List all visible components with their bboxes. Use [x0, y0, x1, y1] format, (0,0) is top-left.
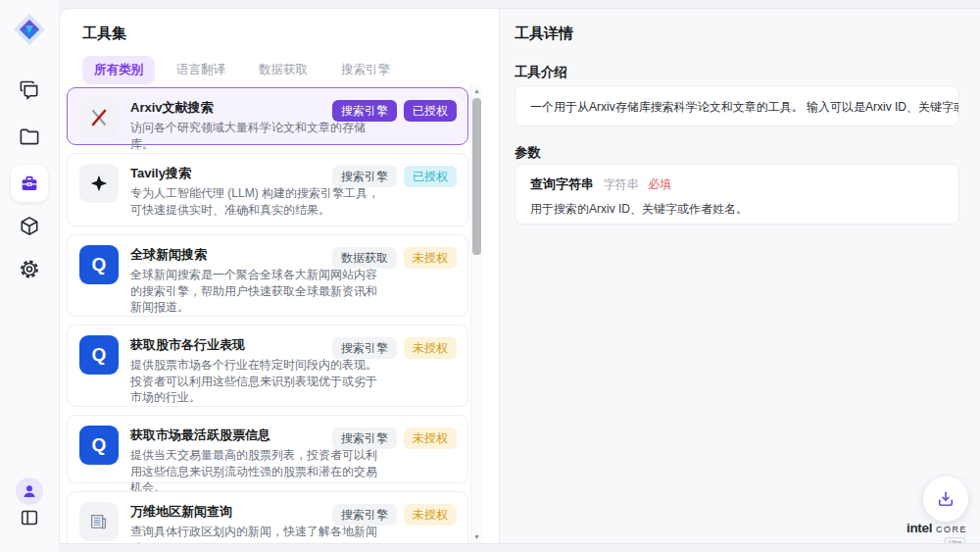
- sidebar-item-chat[interactable]: [19, 78, 41, 101]
- param-required-flag: 必填: [648, 177, 671, 191]
- newspaper-icon: [79, 502, 119, 541]
- status-badge: 已授权: [404, 100, 457, 122]
- status-badge: 未授权: [404, 427, 457, 449]
- param-card: 查询字符串 字符串 必填 用于搜索的Arxiv ID、关键字或作者姓名。: [514, 164, 959, 225]
- tool-card-arxiv[interactable]: Arxiv文献搜索 访问各个研究领域大量科学论文和文章的存储库。 搜索引擎 已授…: [67, 87, 468, 145]
- tool-card-most-active-stocks[interactable]: Q 获取市场最活跃股票信息 提供当天交易量最高的股票列表，投资者可以利用这些信息…: [67, 415, 468, 483]
- user-avatar[interactable]: [16, 477, 43, 505]
- tools-list-pane: 工具集 所有类别 语言翻译 数据获取 搜索引擎 Arxiv文献搜索 访问各个研究…: [60, 9, 499, 543]
- sidebar-item-tools-active[interactable]: [11, 165, 48, 202]
- gem-logo-icon: [12, 12, 47, 47]
- tool-description: 查询具体行政区划内的新闻，快速了解各地新闻动: [130, 524, 387, 543]
- tool-card-sector-performance[interactable]: Q 获取股市各行业表现 提供股票市场各个行业在特定时间段内的表现。投资者可以利用…: [67, 325, 468, 407]
- tab-language-translation[interactable]: 语言翻译: [165, 56, 237, 84]
- intel-ultra-badge: Ultra: [945, 537, 965, 544]
- tavily-star-icon: [79, 164, 119, 203]
- tool-description: 专为人工智能代理 (LLM) 构建的搜索引擎工具，可快速提供实时、准确和真实的结…: [130, 185, 387, 218]
- param-description: 用于搜索的Arxiv ID、关键字或作者姓名。: [530, 201, 944, 218]
- scroll-up-arrow[interactable]: ▲: [471, 85, 482, 96]
- status-badge: 未授权: [404, 337, 457, 359]
- category-badge: 搜索引擎: [332, 166, 397, 187]
- tool-description: 全球新闻搜索是一个聚合全球各大新闻网站内容的搜索引擎，帮助用户快速获取全球最新资…: [130, 267, 387, 316]
- category-badge: 数据获取: [332, 247, 397, 269]
- gear-icon: [19, 258, 41, 280]
- intro-card: 一个用于从Arxiv存储库搜索科学论文和文章的工具。 输入可以是Arxiv ID…: [514, 85, 959, 126]
- intro-heading: 工具介绍: [514, 64, 567, 81]
- download-icon: [936, 489, 956, 509]
- intel-core-logo: intel core: [906, 521, 967, 535]
- layout-columns-icon: [19, 507, 40, 528]
- sidebar-item-settings[interactable]: [19, 258, 41, 280]
- arxiv-logo-icon: [79, 98, 119, 137]
- tool-card-regional-news[interactable]: 万维地区新闻查询 查询具体行政区划内的新闻，快速了解各地新闻动 搜索引擎 未授权: [67, 491, 468, 543]
- main-panel: 工具集 所有类别 语言翻译 数据获取 搜索引擎 Arxiv文献搜索 访问各个研究…: [59, 8, 980, 544]
- icon-sidebar: [0, 0, 59, 552]
- category-badge: 搜索引擎: [332, 100, 397, 122]
- category-tabs: 所有类别 语言翻译 数据获取 搜索引擎: [82, 56, 402, 84]
- tool-description: 访问各个研究领域大量科学论文和文章的存储库。: [130, 120, 387, 152]
- cube-icon: [19, 215, 41, 237]
- scroll-down-arrow[interactable]: ▼: [471, 531, 482, 542]
- status-badge: 未授权: [404, 247, 457, 269]
- tab-data-fetch[interactable]: 数据获取: [247, 56, 319, 84]
- scrollbar-thumb[interactable]: [472, 98, 481, 255]
- intro-text: 一个用于从Arxiv存储库搜索科学论文和文章的工具。 输入可以是Arxiv ID…: [530, 100, 959, 114]
- sidebar-item-packages[interactable]: [19, 215, 41, 237]
- detail-title: 工具详情: [514, 25, 573, 43]
- list-scrollbar[interactable]: ▲ ▼: [470, 84, 481, 543]
- category-badge: 搜索引擎: [332, 427, 397, 449]
- tool-description: 提供股票市场各个行业在特定时间段内的表现。投资者可以利用这些信息来识别表现优于或…: [130, 357, 387, 406]
- juhe-logo-icon: Q: [79, 245, 119, 284]
- status-badge: 未授权: [404, 504, 457, 526]
- juhe-logo-icon: Q: [79, 426, 119, 465]
- page-title: 工具集: [82, 25, 126, 43]
- juhe-logo-icon: Q: [79, 335, 119, 375]
- params-heading: 参数: [514, 144, 541, 162]
- status-badge: 已授权: [404, 166, 457, 187]
- tool-card-tavily[interactable]: Tavily搜索 专为人工智能代理 (LLM) 构建的搜索引擎工具，可快速提供实…: [67, 153, 468, 226]
- category-badge: 搜索引擎: [332, 337, 397, 359]
- toolbox-icon: [19, 173, 40, 194]
- tool-detail-pane: 工具详情 工具介绍 一个用于从Arxiv存储库搜索科学论文和文章的工具。 输入可…: [499, 9, 980, 543]
- tool-description: 提供当天交易量最高的股票列表，投资者可以利用这些信息来识别流动性强的股票和潜在的…: [130, 447, 387, 496]
- sidebar-toggle[interactable]: [19, 507, 40, 528]
- tool-card-global-news[interactable]: Q 全球新闻搜索 全球新闻搜索是一个聚合全球各大新闻网站内容的搜索引擎，帮助用户…: [67, 234, 468, 317]
- chat-icon: [19, 78, 41, 101]
- sidebar-item-files[interactable]: [19, 125, 41, 148]
- folder-icon: [19, 125, 41, 148]
- tab-all-categories[interactable]: 所有类别: [82, 56, 155, 84]
- download-button[interactable]: [923, 477, 968, 522]
- category-badge: 搜索引擎: [332, 504, 397, 526]
- param-name: 查询字符串: [530, 176, 594, 191]
- user-icon: [22, 483, 37, 499]
- param-type: 字符串: [604, 177, 639, 191]
- app-logo: [12, 12, 47, 47]
- tool-card-list: Arxiv文献搜索 访问各个研究领域大量科学论文和文章的存储库。 搜索引擎 已授…: [67, 87, 470, 543]
- tab-search-engine[interactable]: 搜索引擎: [329, 56, 402, 84]
